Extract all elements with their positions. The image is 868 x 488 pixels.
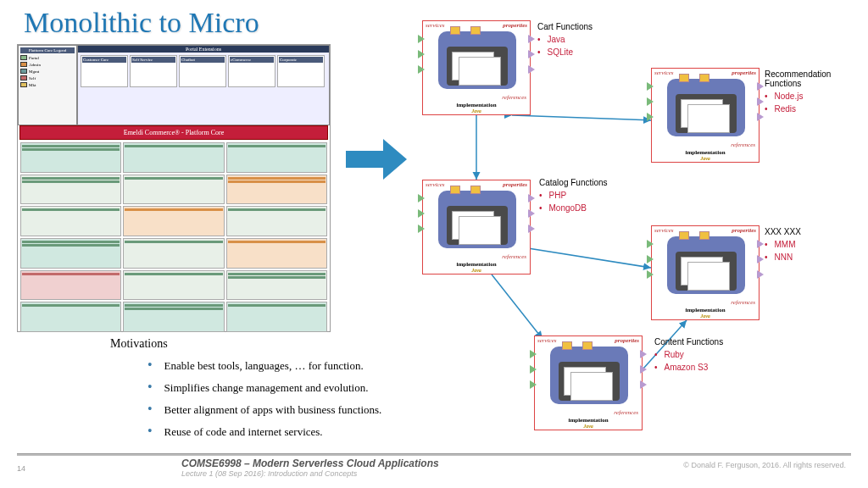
ref-label: references xyxy=(502,94,526,101)
page-number: 14 xyxy=(17,464,25,473)
microservice-cart: servicesproperties references implementa… xyxy=(422,20,531,115)
prop-label: properties xyxy=(503,22,527,29)
motivations-block: Motivations Enable best tools, languages… xyxy=(110,337,500,447)
fn-xxx-label: XXX XXX MMMNNN xyxy=(765,227,801,265)
impl-lang: Java xyxy=(423,108,530,114)
motivation-item: Simplifies change management and evoluti… xyxy=(110,381,500,395)
fn-content-label: Content Functions RubyAmazon S3 xyxy=(654,337,723,375)
footer-divider xyxy=(17,454,851,456)
svc-label: services xyxy=(426,22,445,29)
microservice-xxx: servicesproperties references implementa… xyxy=(651,225,760,320)
microservice-content: servicesproperties references implementa… xyxy=(534,336,643,430)
fn-item: SQLite xyxy=(537,47,593,57)
portal-extensions: Portal Extensions Customer Care Self Ser… xyxy=(77,45,330,125)
impl-label: implementation xyxy=(456,102,496,108)
fn-catalog-label: Catalog Functions PHPMongoDB xyxy=(539,178,608,216)
legend-title: Platform Core Legend xyxy=(20,47,75,53)
motivation-item: Reuse of code and internet services. xyxy=(110,425,500,439)
legend-box: Platform Core Legend Portal Admin Mgmt S… xyxy=(18,45,77,125)
motivation-item: Enable best tools, languages, … for func… xyxy=(110,359,500,373)
fn-reco-label: Recommendation Functions Node.jsRedis xyxy=(765,69,865,117)
fn-item: Java xyxy=(537,35,593,44)
fn-cart-label: Cart Functions JavaSQLite xyxy=(537,22,593,60)
core-body xyxy=(18,140,330,335)
monolith-diagram: Platform Core Legend Portal Admin Mgmt S… xyxy=(17,44,331,332)
svg-line-3 xyxy=(492,274,542,339)
transition-arrow-icon xyxy=(346,139,407,180)
microservice-catalog: servicesproperties references implementa… xyxy=(422,180,531,274)
microservice-reco: servicesproperties references implementa… xyxy=(651,68,760,163)
portal-ext-header: Portal Extensions xyxy=(78,46,329,53)
motivation-item: Better alignment of apps with business f… xyxy=(110,403,500,417)
svg-line-2 xyxy=(512,246,651,268)
fn-title: Cart Functions xyxy=(537,22,593,31)
motivations-header: Motivations xyxy=(110,337,500,351)
copyright: © Donald F. Ferguson, 2016. All rights r… xyxy=(683,461,846,469)
svg-line-0 xyxy=(512,115,651,120)
course-title: COMSE6998 – Modern Serverless Cloud Appl… xyxy=(181,458,439,469)
lecture-subtitle: Lecture 1 (08 Sep 2016): Introduction an… xyxy=(181,469,439,478)
slide-title: Monolithic to Micro xyxy=(24,7,259,39)
core-header: Emeldi Commerce® - Platform Core xyxy=(19,125,328,140)
course-footer: COMSE6998 – Modern Serverless Cloud Appl… xyxy=(181,458,439,478)
